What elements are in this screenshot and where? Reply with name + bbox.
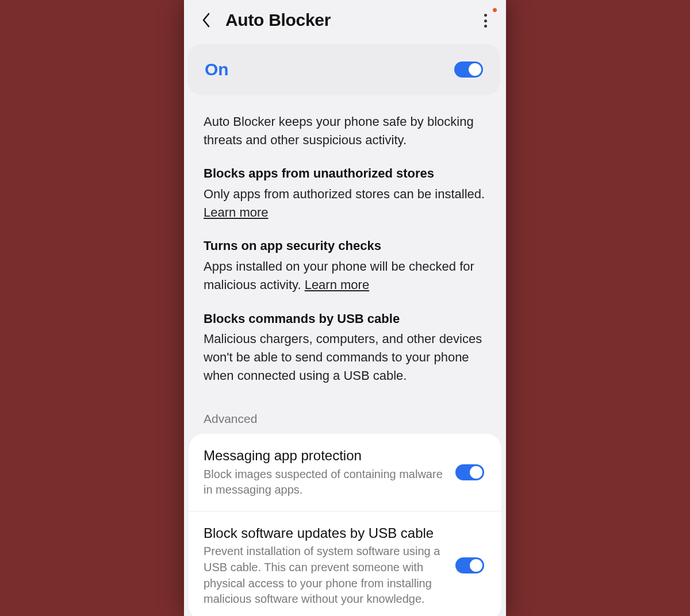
master-toggle-card[interactable]: On [187,44,500,95]
feature-section: Turns on app security checks Apps instal… [204,237,486,294]
feature-desc: Only apps from authorized stores can be … [204,185,486,221]
back-icon[interactable] [200,14,213,26]
feature-title: Blocks commands by USB cable [204,310,486,328]
messaging-protection-row[interactable]: Messaging app protection Block images su… [189,434,501,511]
block-usb-updates-row[interactable]: Block software updates by USB cable Prev… [189,511,501,616]
feature-title: Turns on app security checks [204,237,486,255]
block-usb-updates-toggle[interactable] [455,557,484,573]
page-title: Auto Blocker [225,10,331,30]
feature-section: Blocks apps from unauthorized stores Onl… [204,165,486,221]
feature-desc: Apps installed on your phone will be che… [204,257,486,294]
feature-title: Blocks apps from unauthorized stores [204,165,486,183]
messaging-protection-toggle[interactable] [455,464,484,480]
advanced-section-label: Advanced [184,406,506,434]
more-options-icon[interactable] [480,13,491,29]
advanced-list: Messaging app protection Block images su… [189,434,501,616]
row-title: Block software updates by USB cable [204,524,445,542]
learn-more-link[interactable]: Learn more [305,278,370,292]
intro-text: Auto Blocker keeps your phone safe by bl… [204,113,486,149]
row-subtitle: Prevent installation of system software … [204,544,445,607]
learn-more-link[interactable]: Learn more [204,205,269,220]
master-toggle-label: On [205,60,229,79]
notification-dot-icon [493,8,497,12]
app-header: Auto Blocker [184,0,506,40]
phone-screen: Auto Blocker On Auto Blocker keeps your … [184,0,506,616]
feature-desc: Malicious chargers, computers, and other… [204,330,486,384]
row-subtitle: Block images suspected of containing mal… [204,467,445,498]
row-title: Messaging app protection [204,446,445,465]
description-block: Auto Blocker keeps your phone safe by bl… [184,95,506,406]
feature-section: Blocks commands by USB cable Malicious c… [204,310,486,385]
master-toggle[interactable] [454,61,483,78]
